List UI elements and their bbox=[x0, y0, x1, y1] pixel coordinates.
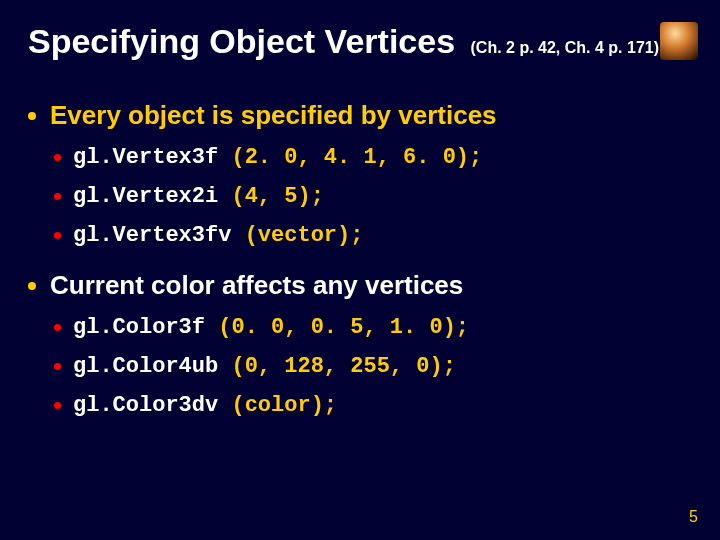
title-main: Specifying Object Vertices bbox=[28, 22, 455, 60]
code-text: gl.Color3f (0. 0, 0. 5, 1. 0); bbox=[73, 315, 469, 340]
code-line: gl.Vertex3fv (vector); bbox=[54, 223, 688, 248]
code-fn: gl.Color3f bbox=[73, 315, 205, 340]
code-line: gl.Vertex3f (2. 0, 4. 1, 6. 0); bbox=[54, 145, 688, 170]
bullet-heading-1: Every object is specified by vertices bbox=[28, 100, 688, 131]
code-text: gl.Vertex3fv (vector); bbox=[73, 223, 363, 248]
code-fn: gl.Color4ub bbox=[73, 354, 218, 379]
bullet-dot-icon bbox=[54, 232, 61, 239]
code-fn: gl.Color3dv bbox=[73, 393, 218, 418]
page-number: 5 bbox=[689, 508, 698, 526]
bullet-heading-2: Current color affects any vertices bbox=[28, 270, 688, 301]
bullet-dot-icon bbox=[54, 402, 61, 409]
slide-title: Specifying Object Vertices (Ch. 2 p. 42,… bbox=[28, 22, 659, 61]
heading-text: Every object is specified by vertices bbox=[50, 100, 497, 131]
code-args: (0. 0, 0. 5, 1. 0); bbox=[218, 315, 469, 340]
bullet-dot-icon bbox=[28, 112, 36, 120]
code-text: gl.Color3dv (color); bbox=[73, 393, 337, 418]
code-args: (4, 5); bbox=[231, 184, 323, 209]
code-text: gl.Color4ub (0, 128, 255, 0); bbox=[73, 354, 456, 379]
code-text: gl.Vertex3f (2. 0, 4. 1, 6. 0); bbox=[73, 145, 482, 170]
bullet-dot-icon bbox=[54, 363, 61, 370]
title-sub: (Ch. 2 p. 42, Ch. 4 p. 171) bbox=[471, 39, 660, 56]
bullet-dot-icon bbox=[54, 193, 61, 200]
bullet-dot-icon bbox=[54, 324, 61, 331]
code-args: (2. 0, 4. 1, 6. 0); bbox=[231, 145, 482, 170]
bullet-dot-icon bbox=[28, 282, 36, 290]
code-fn: gl.Vertex3f bbox=[73, 145, 218, 170]
code-line: gl.Color3dv (color); bbox=[54, 393, 688, 418]
code-fn: gl.Vertex3fv bbox=[73, 223, 231, 248]
logo-icon bbox=[660, 22, 698, 60]
code-args: (vector); bbox=[245, 223, 364, 248]
code-line: gl.Color3f (0. 0, 0. 5, 1. 0); bbox=[54, 315, 688, 340]
slide: Specifying Object Vertices (Ch. 2 p. 42,… bbox=[0, 0, 720, 540]
code-line: gl.Vertex2i (4, 5); bbox=[54, 184, 688, 209]
code-text: gl.Vertex2i (4, 5); bbox=[73, 184, 324, 209]
code-line: gl.Color4ub (0, 128, 255, 0); bbox=[54, 354, 688, 379]
code-fn: gl.Vertex2i bbox=[73, 184, 218, 209]
code-args: (color); bbox=[231, 393, 337, 418]
code-args: (0, 128, 255, 0); bbox=[231, 354, 455, 379]
content-area: Every object is specified by vertices gl… bbox=[28, 100, 688, 418]
heading-text: Current color affects any vertices bbox=[50, 270, 463, 301]
bullet-dot-icon bbox=[54, 154, 61, 161]
